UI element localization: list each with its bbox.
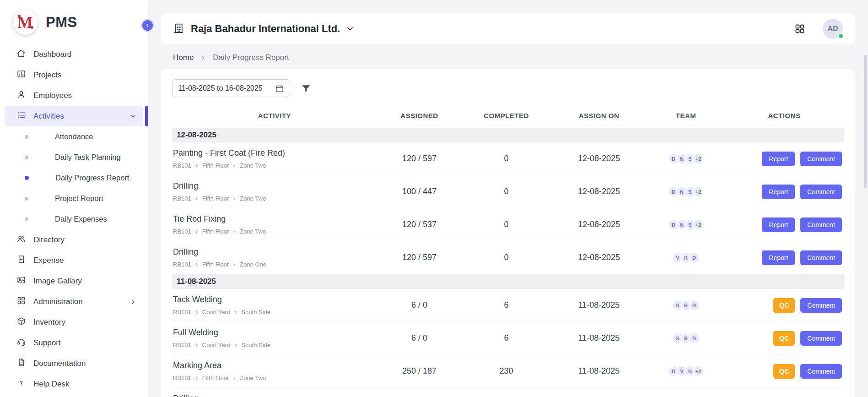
company-selector[interactable]: Raja Bahadur International Ltd. [191,23,340,35]
completed-cell: 0 [462,142,551,175]
completed-cell: 0 [462,208,551,241]
assigned-cell: 100 / 447 [377,175,462,208]
employees-icon [16,90,26,102]
sidebar-item-label: Dashboard [33,50,137,59]
path-segment: Fifth Floor [202,162,229,169]
actions-cell: QCComment [725,322,844,355]
sidebar-item-directory[interactable]: Directory [5,229,143,250]
chevron-right-icon [195,263,199,266]
report-button[interactable]: Report [762,250,795,265]
comment-button[interactable]: Comment [800,185,842,199]
chevron-right-icon [234,343,237,347]
comment-button[interactable]: Comment [800,331,842,346]
main-content: Raja Bahadur International Ltd. AD Home … [148,0,868,397]
sidebar-subitem-daily-task-planning[interactable]: Daily Task Planning [5,147,143,168]
comment-button[interactable]: Comment [800,218,842,232]
report-button[interactable]: Report [762,218,795,232]
building-icon [173,22,184,36]
help-icon [16,378,26,390]
sidebar-subitem-project-report[interactable]: Project Report [5,188,143,209]
comment-button[interactable]: Comment [800,364,842,379]
sidebar-subitem-label: Attendance [55,132,93,141]
assign-on-cell: 11-08-2025 [551,322,647,355]
chevron-right-icon [232,376,236,380]
assign-on-cell: 11-08-2025 [551,388,647,397]
sidebar-item-label: Activities [33,112,122,121]
path-segment: Zone Two [240,228,266,235]
sidebar-item-activities[interactable]: Activities [5,106,143,126]
qc-button[interactable]: QC [773,364,795,379]
team-cell: SRD [647,289,725,322]
sidebar-subitem-daily-expenses[interactable]: Daily Expenses [5,209,143,229]
user-avatar[interactable]: AD [823,19,843,39]
sidebar-subitem-attendance[interactable]: Attendance [5,126,143,147]
top-header-bar: Raja Bahadur International Ltd. AD [161,13,855,44]
actions-cell: ReportComment [725,241,844,274]
sidebar-item-help-desk[interactable]: Help Desk [5,374,143,394]
chevron-right-icon [195,310,199,314]
sidebar-item-administration[interactable]: Administration [5,291,143,312]
chevron-down-icon [129,113,137,120]
sidebar-item-support[interactable]: Support [5,332,143,353]
activity-cell: DrillingRB101Fifth FloorZone Two [172,175,377,208]
apps-grid-icon[interactable] [794,23,805,34]
sidebar-item-expense[interactable]: Expense [5,250,143,271]
sidebar-collapse-button[interactable] [141,19,154,32]
assign-on-cell: 12-08-2025 [551,241,647,274]
team-more-badge[interactable]: +2 [693,219,704,230]
team-more-badge[interactable]: +2 [693,153,704,164]
path-segment: RB101 [173,342,191,348]
chevron-right-icon [195,164,199,168]
breadcrumb-home-link[interactable]: Home [173,53,194,62]
breadcrumb: Home Daily Progress Report [161,44,855,69]
sidebar-item-inventory[interactable]: Inventory [5,312,143,332]
sidebar-item-label: Projects [33,71,137,80]
path-segment: RB101 [173,228,191,235]
activity-path: RB101Fifth FloorZone Two [173,195,266,202]
sidebar-item-employees[interactable]: Employees [5,85,143,106]
assign-on-cell: 12-08-2025 [551,208,647,241]
team-more-badge[interactable]: +2 [693,186,704,197]
sidebar-item-dashboard[interactable]: Dashboard [5,44,143,65]
sidebar-item-image-gallery[interactable]: Image Gallary [5,271,143,291]
chevron-right-icon [195,343,199,347]
report-button[interactable]: Report [762,152,795,166]
path-segment: RB101 [173,162,191,169]
qc-button[interactable]: QC [773,331,795,346]
activity-cell: Full WeldingRB101Court YardSouth Side [172,322,377,355]
sidebar-item-documentation[interactable]: Documentation [5,353,143,374]
activity-title: Painting - First Coat (Fire Red) [173,148,285,158]
report-button[interactable]: Report [762,185,795,199]
comment-button[interactable]: Comment [800,250,842,265]
activity-title: Drilling [173,247,198,257]
activity-cell: DrillingRB101Fifth FloorZone One [172,241,377,274]
completed-cell: 6 [462,322,551,355]
projects-icon [16,69,26,81]
calendar-icon[interactable] [275,84,284,93]
vertical-scrollbar[interactable] [864,55,867,188]
actions-cell: ReportComment [725,175,844,208]
chevron-down-icon[interactable] [345,24,355,33]
chevron-right-icon [232,263,236,266]
activity-path: RB101Court YardSouth Side [173,309,270,315]
sidebar-item-projects[interactable]: Projects [5,65,143,85]
completed-cell: 6 [462,289,551,322]
activity-cell: Tie Rod FixingRB101Fifth FloorZone Two [172,208,377,241]
comment-button[interactable]: Comment [800,298,842,313]
qc-button[interactable]: QC [773,298,795,313]
activity-title: Tack Welding [173,295,222,305]
sidebar-subitem-daily-progress-report[interactable]: Daily Progress Report [5,168,143,188]
home-icon [16,49,26,60]
filter-funnel-icon[interactable] [301,83,311,93]
date-range-input[interactable]: 11-08-2025 to 16-08-2025 [172,79,290,97]
chevron-right-icon [234,310,237,314]
actions-cell: ReportComment [725,208,844,241]
chevron-right-icon [200,54,206,61]
sidebar-item-label: Documentation [33,359,137,368]
column-header-activity: ACTIVITY [172,107,377,128]
sidebar-item-label: Inventory [33,318,137,327]
activity-title: Tie Rod Fixing [173,214,226,224]
assign-on-cell: 12-08-2025 [551,142,647,175]
team-more-badge[interactable]: +2 [693,365,704,377]
comment-button[interactable]: Comment [800,152,842,166]
